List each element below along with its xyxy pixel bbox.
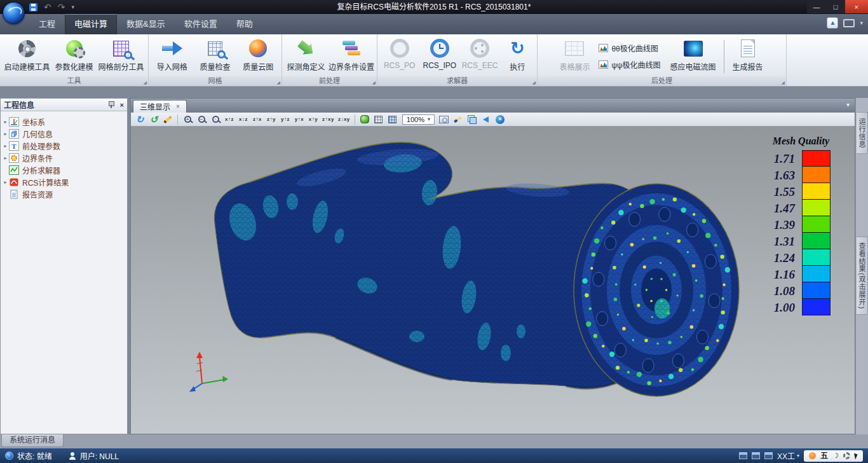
tab-close-icon[interactable]: × <box>176 103 180 110</box>
expander-icon[interactable]: ▸ <box>2 155 9 161</box>
legend-row: 1.24 <box>773 249 831 266</box>
expander-icon[interactable]: ▸ <box>2 179 9 185</box>
ime-mode-button[interactable]: XX工 ▾ <box>777 450 799 461</box>
maximize-button[interactable]: □ <box>826 0 845 13</box>
measure-button[interactable] <box>161 113 174 126</box>
tab-help[interactable]: 帮助 <box>227 14 262 34</box>
export-view-button[interactable] <box>480 113 492 126</box>
orbit-view-button[interactable]: ↺ <box>147 113 160 126</box>
tree-item-rcs-results[interactable]: ▸ RCS计算结果 <box>2 176 127 188</box>
3d-model-canvas[interactable] <box>131 127 855 434</box>
light-button[interactable] <box>452 113 465 126</box>
tree-item-boundary-conditions[interactable]: ▸ 边界条件 <box>2 152 127 164</box>
pin-icon[interactable] <box>107 101 114 108</box>
probe-angle-button[interactable]: 探测角定义 <box>285 36 327 77</box>
tab-software-settings[interactable]: 软件设置 <box>175 14 227 34</box>
rcs-po-button[interactable]: RCS_PO <box>380 36 419 77</box>
expander-icon[interactable]: ▸ <box>2 131 9 137</box>
tree-item-coordinate-system[interactable]: ▸ 坐标系 <box>2 116 127 128</box>
minimize-ribbon-icon[interactable]: ▲ <box>827 17 838 29</box>
view-zy-button[interactable]: z↑y <box>265 113 278 126</box>
legend-title: Mesh Quality <box>773 135 831 147</box>
display-style-icon[interactable] <box>843 19 855 27</box>
view-yx-button[interactable]: y↑x <box>293 113 306 126</box>
parameter-icon: T <box>9 141 19 151</box>
expander-icon[interactable]: ▸ <box>2 143 9 149</box>
tabstrip-dropdown-icon[interactable]: ▾ <box>846 101 850 108</box>
right-dock-strip: 运行信息 查看结果(双击展开) <box>855 98 868 434</box>
stop-render-button[interactable]: × <box>494 113 506 126</box>
launch-modeling-tool-button[interactable]: 启动建模工具 <box>4 36 50 77</box>
tree-item-report-resources[interactable]: 报告资源 <box>2 188 127 200</box>
boundary-settings-button[interactable]: 边界条件设置 <box>329 36 374 77</box>
tab-em-compute[interactable]: 电磁计算 <box>65 14 117 34</box>
zoom-level-dropdown[interactable]: 100% ▾ <box>402 114 435 125</box>
tab-3d-display[interactable]: 三维显示 × <box>133 100 187 113</box>
legend-row: 1.47 <box>773 200 831 216</box>
legend-swatch <box>802 233 831 249</box>
rcs-eec-button[interactable]: RCS_EEC <box>460 36 499 77</box>
tab-project[interactable]: 工程 <box>29 14 65 34</box>
rotate-view-button[interactable]: ↻ <box>133 113 146 126</box>
view-iso-button[interactable]: z↑xy <box>321 113 336 126</box>
parametric-modeling-button[interactable]: 参数化建模 <box>51 36 97 77</box>
zoom-in-button[interactable]: + <box>181 113 194 126</box>
group-launcher-icon[interactable]: ◢ <box>782 80 785 85</box>
tree-item-analysis-solver[interactable]: 分析求解器 <box>2 164 127 176</box>
system-messages-tab[interactable]: 系统运行消息 <box>1 434 64 447</box>
theta-polarization-curve-button[interactable]: θθ极化曲线图 <box>599 43 660 53</box>
mesh-partition-tool-button[interactable]: 网格剖分工具 <box>98 36 144 77</box>
tree-item-geometry-info[interactable]: ▸ 几何信息 <box>2 128 127 140</box>
quality-check-button[interactable]: 质量检查 <box>194 36 236 77</box>
window-title: 复杂目标RCS电磁分析软件2015 R1 - RCS_2015031801* <box>0 0 868 14</box>
window-thumb-icon[interactable] <box>739 452 747 459</box>
group-launcher-icon[interactable]: ◢ <box>372 80 376 85</box>
cursor-icon[interactable] <box>854 452 858 459</box>
group-launcher-icon[interactable]: ◢ <box>532 80 536 85</box>
zoom-window-button[interactable]: ▫ <box>209 113 222 126</box>
view-xz-button[interactable]: x↑z <box>223 113 236 126</box>
view-xz-back-button[interactable]: x↓z <box>237 113 250 126</box>
import-mesh-button[interactable]: 导入网格 <box>151 36 193 77</box>
view-yz-button[interactable]: y↑z <box>279 113 292 126</box>
ime-logo-icon[interactable] <box>809 452 816 459</box>
generate-report-button[interactable]: 生成报告 <box>728 36 768 77</box>
legend-value: 1.16 <box>774 268 795 280</box>
quality-contour-button[interactable]: 质量云图 <box>237 36 279 77</box>
group-launcher-icon[interactable]: ◢ <box>144 80 147 85</box>
wireframe-mode-button[interactable] <box>372 113 385 126</box>
psi-polarization-curve-button[interactable]: ψψ极化曲线图 <box>599 59 660 70</box>
mesh-mode-button[interactable] <box>386 113 399 126</box>
ime-settings-gear-icon[interactable] <box>843 452 850 459</box>
legend-row: 1.16 <box>773 266 831 282</box>
zoom-level-value: 100% <box>407 116 424 123</box>
3d-viewport[interactable]: Mesh Quality 1.711.631.551.471.391.311.2… <box>131 127 855 434</box>
display-style-dropdown-icon[interactable]: ▾ <box>860 20 863 26</box>
induced-current-map-button[interactable]: 感应电磁流图 <box>666 36 721 77</box>
zoom-out-button[interactable]: − <box>195 113 208 126</box>
dock-tab-run-info[interactable]: 运行信息 <box>857 112 868 154</box>
panel-close-icon[interactable]: × <box>120 101 124 109</box>
expander-icon[interactable]: ▸ <box>2 119 9 125</box>
snapshot-button[interactable] <box>438 113 451 126</box>
table-display-button[interactable]: 表格展示 <box>555 36 593 77</box>
tab-data-display[interactable]: 数据&显示 <box>117 14 175 34</box>
minimize-button[interactable]: — <box>807 0 826 13</box>
quality-check-icon <box>208 41 222 56</box>
ime-wubi-mode[interactable]: 五 <box>820 452 828 460</box>
execute-button[interactable]: ↻ 执行 <box>501 36 534 77</box>
close-button[interactable]: × <box>845 0 868 13</box>
dock-tab-view-results[interactable]: 查看结果(双击展开) <box>857 237 868 315</box>
cube-icon <box>9 129 19 139</box>
view-xy-button[interactable]: x↑y <box>307 113 320 126</box>
view-iso-back-button[interactable]: z↓xy <box>337 113 351 126</box>
tree-item-preprocess-params[interactable]: ▸ T 前处理参数 <box>2 140 127 152</box>
window-thumb-icon[interactable] <box>764 452 773 459</box>
group-launcher-icon[interactable]: ◢ <box>277 80 280 85</box>
rcs-ipo-button[interactable]: RCS_IPO <box>420 36 459 77</box>
view-zx-button[interactable]: z↑x <box>251 113 264 126</box>
moon-icon[interactable]: ☽ <box>832 452 839 459</box>
shaded-mode-button[interactable] <box>358 113 371 126</box>
title-bar: ↶ ↷ ▾ 复杂目标RCS电磁分析软件2015 R1 - RCS_2015031… <box>0 0 868 14</box>
window-thumb-icon[interactable] <box>752 452 760 459</box>
